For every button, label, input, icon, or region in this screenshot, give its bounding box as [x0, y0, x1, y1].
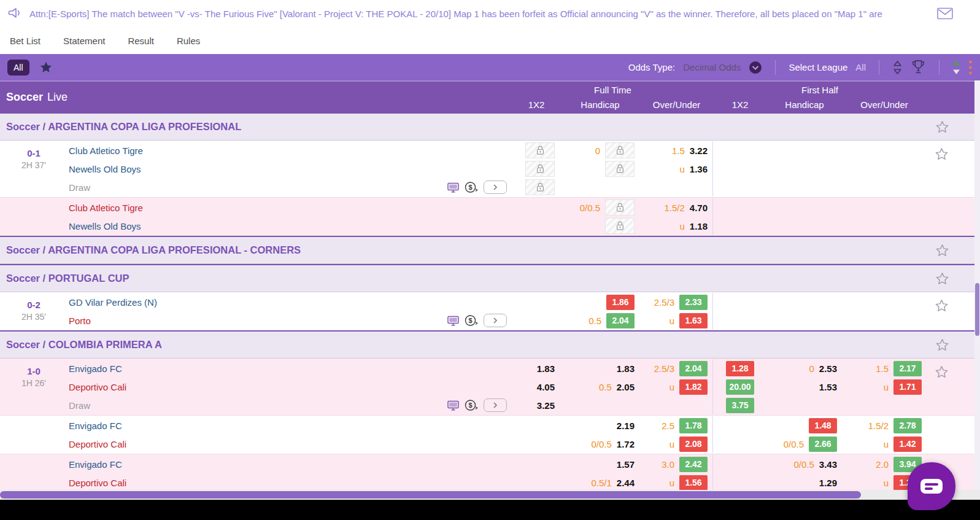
- cashout-icon[interactable]: $: [465, 181, 478, 193]
- vertical-scrollbar-thumb[interactable]: [975, 283, 979, 336]
- nav-rules[interactable]: Rules: [177, 36, 200, 46]
- favorite-star-icon[interactable]: [935, 272, 949, 285]
- all-filter-button[interactable]: All: [7, 60, 29, 76]
- expand-match-button[interactable]: [484, 314, 507, 327]
- favorites-filter-icon[interactable]: [39, 61, 53, 74]
- handicap-value: 0/0.5: [591, 439, 611, 449]
- odds-value[interactable]: 1.18: [690, 221, 708, 231]
- handicap-value: 2.5/3: [654, 363, 674, 374]
- horizontal-scrollbar-thumb[interactable]: [0, 491, 861, 499]
- odds-value[interactable]: 2.66: [809, 437, 837, 452]
- favorite-star-icon[interactable]: [935, 147, 949, 163]
- live-stream-icon[interactable]: [447, 182, 459, 193]
- odds-value[interactable]: 1.82: [679, 379, 708, 395]
- group-divider: [712, 178, 713, 196]
- favorite-star-icon[interactable]: [935, 299, 949, 315]
- match-rows: GD Vilar Perdizes (N)1.862.5/32.33Porto$…: [68, 292, 980, 330]
- odds-value[interactable]: 1.42: [893, 437, 922, 452]
- odds-cell: u1.71: [842, 379, 927, 395]
- expand-match-button[interactable]: [484, 398, 507, 412]
- favorite-star-icon[interactable]: [935, 365, 949, 381]
- odds-value[interactable]: 1.53: [819, 382, 837, 392]
- toolbar-divider: [775, 60, 776, 75]
- odds-value[interactable]: 1.29: [819, 478, 837, 488]
- team-name: Envigado FC: [68, 363, 447, 374]
- handicap-value: 1.5: [672, 146, 685, 156]
- odds-value[interactable]: 20.00: [726, 379, 754, 395]
- vertical-scrollbar[interactable]: [974, 80, 980, 490]
- team-name: Envigado FC: [68, 459, 447, 470]
- odds-value[interactable]: 1.56: [679, 475, 708, 491]
- match-score: 0-1: [27, 148, 41, 158]
- match-clock: 1H 26': [21, 378, 46, 388]
- odds-type-dropdown-icon[interactable]: [749, 61, 762, 74]
- odds-value[interactable]: 2.05: [617, 382, 635, 392]
- chat-button[interactable]: [908, 462, 955, 510]
- live-stream-icon[interactable]: [447, 316, 459, 326]
- odds-value[interactable]: 1.86: [606, 295, 635, 310]
- odds-value[interactable]: 2.53: [819, 363, 837, 374]
- mail-icon[interactable]: [937, 7, 953, 20]
- group-divider: [712, 293, 713, 311]
- odds-value[interactable]: 2.17: [893, 361, 922, 376]
- odds-value[interactable]: 3.43: [819, 459, 837, 470]
- odds-value[interactable]: 4.70: [690, 203, 708, 213]
- odds-value[interactable]: 1.72: [617, 439, 635, 449]
- live-stream-icon[interactable]: [447, 400, 459, 411]
- select-league-label[interactable]: Select League: [789, 62, 847, 72]
- nav-result[interactable]: Result: [128, 36, 154, 46]
- odds-value[interactable]: 2.04: [606, 313, 635, 328]
- favorite-star-icon[interactable]: [935, 338, 949, 352]
- odds-value[interactable]: 3.75: [726, 398, 754, 413]
- select-league-value[interactable]: All: [855, 62, 866, 72]
- favorite-star-icon[interactable]: [935, 244, 949, 257]
- cashout-icon[interactable]: $: [465, 314, 478, 327]
- odds-value[interactable]: 4.05: [537, 382, 555, 392]
- trophy-icon[interactable]: [911, 59, 926, 76]
- odds-value[interactable]: 3.22: [690, 146, 708, 156]
- odds-value[interactable]: 2.78: [893, 418, 922, 433]
- odds-value[interactable]: 2.08: [679, 437, 708, 452]
- sections: Soccer / ARGENTINA COPA LIGA PROFESIONAL…: [0, 112, 980, 492]
- sort-icon[interactable]: [892, 60, 903, 76]
- chat-bubble-icon: [920, 479, 943, 494]
- odds-value[interactable]: 1.83: [537, 363, 555, 374]
- odds-value[interactable]: 1.63: [679, 313, 708, 328]
- lock-icon: [605, 218, 635, 234]
- odds-value[interactable]: 3.25: [537, 400, 555, 411]
- nav-statement[interactable]: Statement: [63, 36, 105, 46]
- handicap-value: 0.5: [588, 316, 601, 326]
- odds-value[interactable]: 2.33: [679, 295, 708, 310]
- match-row: Envigado FC1.831.832.5/32.041.2802.531.5…: [68, 359, 980, 378]
- nav-bet-list[interactable]: Bet List: [10, 36, 41, 46]
- odds-cell: 3.02.42: [639, 457, 712, 472]
- group-divider: [712, 435, 713, 453]
- horizontal-scrollbar[interactable]: [0, 490, 980, 500]
- cashout-icon[interactable]: $: [465, 399, 478, 411]
- score-column: [0, 198, 68, 235]
- odds-value[interactable]: 1.28: [726, 361, 754, 376]
- expand-match-button[interactable]: [484, 180, 507, 194]
- league-title: Soccer / COLOMBIA PRIMERA A: [6, 339, 162, 351]
- draw-label: Draw: [68, 182, 447, 193]
- odds-value[interactable]: 2.42: [679, 457, 708, 472]
- odds-type-value[interactable]: Decimal Odds: [683, 62, 741, 72]
- odds-value[interactable]: 1.48: [809, 418, 837, 433]
- odds-value[interactable]: 2.44: [617, 478, 635, 488]
- odds-movement-arrows-icon[interactable]: [952, 60, 960, 76]
- match-score: 1-0: [27, 366, 41, 376]
- odds-cell: 2.51.78: [639, 418, 712, 433]
- handicap-value: 0.5: [599, 382, 612, 392]
- odds-value[interactable]: 2.04: [679, 361, 708, 376]
- odds-value[interactable]: 1.36: [690, 164, 708, 174]
- odds-value[interactable]: 1.71: [893, 379, 922, 395]
- odds-value[interactable]: 2.19: [617, 421, 635, 431]
- odds-value[interactable]: 1.83: [617, 363, 635, 374]
- live-label: Live: [47, 91, 68, 104]
- match-block: Envigado FC1.573.02.420/0.53.432.03.94De…: [0, 454, 980, 492]
- odds-value[interactable]: 1.57: [617, 459, 635, 470]
- odds-value[interactable]: 1.78: [679, 418, 708, 433]
- favorite-star-icon[interactable]: [935, 120, 949, 134]
- more-options-dots-icon[interactable]: [968, 60, 973, 76]
- svg-text:$: $: [468, 317, 472, 324]
